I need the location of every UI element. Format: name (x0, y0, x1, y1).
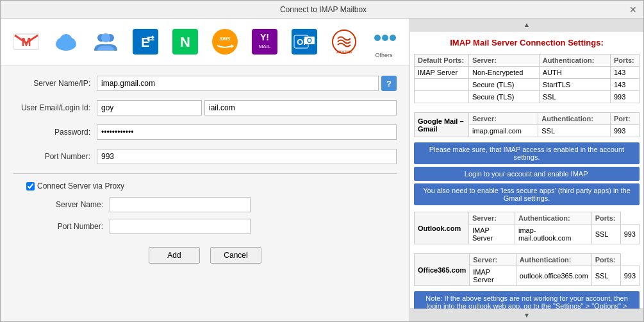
gmail-note-3: You also need to enable 'less secure app… (414, 183, 640, 205)
table-row: Secure (TLS) StartTLS 143 (415, 79, 640, 91)
button-row: Add Cancel (13, 247, 397, 264)
password-input[interactable] (97, 124, 397, 140)
svg-text:⇄: ⇄ (147, 33, 154, 44)
svg-point-10 (101, 33, 110, 42)
proxy-server-row: Server Name: (52, 197, 397, 212)
svg-text:O: O (307, 37, 312, 44)
icloud-icon[interactable] (48, 24, 84, 60)
naver-icon[interactable]: N (167, 24, 203, 60)
email-domain-input[interactable] (204, 100, 397, 115)
col-auth-2: Authentication: (538, 113, 611, 125)
proxy-checkbox[interactable] (26, 182, 35, 191)
office365-type: IMAP Server (470, 266, 516, 286)
col-auth-4: Authentication: (516, 254, 591, 266)
gmail-table: Google Mail – Gmail Server: Authenticati… (414, 112, 640, 137)
icon-bar: M E⇄ N aws (1, 19, 409, 65)
col-auth-3: Authentication: (515, 212, 591, 225)
proxy-server-label: Server Name: (52, 200, 110, 209)
office365-port: 993 (620, 266, 639, 286)
password-row: Password: (13, 124, 397, 140)
server-input[interactable] (97, 76, 379, 91)
svg-text:Ol: Ol (297, 37, 306, 47)
outlook-server: imap-mail.outlook.com (515, 225, 591, 244)
gmail-server: imap.gmail.com (469, 125, 538, 137)
svg-text:N: N (180, 34, 190, 50)
port-label: Port Number: (13, 152, 97, 161)
gmail-note-2: Login to your account and enable IMAP. (414, 167, 640, 181)
port-993-1: 993 (611, 91, 640, 103)
col-default-ports: Default Ports: (415, 55, 469, 67)
email-row: User Email/Login Id: (13, 100, 397, 115)
gmail-icon[interactable]: M (8, 24, 44, 60)
outlook-port: 993 (620, 225, 639, 244)
server-label: Server Name/IP: (13, 79, 97, 88)
proxy-server-input[interactable] (110, 197, 251, 212)
office365-server: outlook.office365.com (516, 266, 591, 286)
outlook-auth: SSL (591, 225, 620, 244)
proxy-port-input[interactable] (110, 219, 251, 234)
col-server-3: Server: (469, 212, 515, 225)
exchange-icon[interactable]: E⇄ (128, 24, 163, 60)
left-panel: M E⇄ N aws (1, 19, 409, 321)
svg-text:MAIL: MAIL (259, 44, 271, 49)
aws-icon[interactable]: aws (207, 24, 243, 60)
svg-text:zimbra: zimbra (336, 49, 352, 55)
server-non-enc: Non-Encrypeted (469, 67, 540, 79)
server-secure-tls-1: Secure (TLS) (469, 79, 540, 91)
office365-note: Note: If the above settings are not work… (414, 291, 640, 309)
office365-auth: SSL (591, 266, 620, 286)
email-input[interactable] (97, 100, 202, 115)
add-button[interactable]: Add (149, 247, 200, 264)
col-ports-3: Ports: (591, 212, 620, 225)
close-button[interactable]: ✕ (628, 4, 638, 15)
form-area: Server Name/IP: ? User Email/Login Id: P… (1, 65, 409, 321)
imap-server-label: IMAP Server (415, 67, 469, 79)
port-143-2: 143 (611, 79, 640, 91)
svg-text:Y!: Y! (260, 32, 269, 42)
right-panel: ▲ IMAP Mail Server Connection Settings: … (409, 19, 643, 321)
svg-text:M: M (22, 36, 31, 49)
col-server-2: Server: (469, 113, 538, 125)
gmail-port: 993 (611, 125, 640, 137)
svg-point-31 (382, 35, 388, 41)
default-ports-table: Default Ports: Server: Authentication: P… (414, 54, 640, 103)
outlook-table: Outlook.com Server: Authentication: Port… (414, 212, 640, 244)
proxy-port-row: Port Number: (52, 219, 397, 234)
svg-rect-16 (212, 29, 238, 55)
zimbra-icon[interactable]: zimbra (326, 24, 362, 60)
port-input[interactable] (97, 149, 397, 164)
svg-text:aws: aws (219, 35, 230, 42)
outlook-type: IMAP Server (469, 225, 515, 244)
gmail-auth: SSL (538, 125, 611, 137)
password-label: Password: (13, 128, 97, 137)
server-row: Server Name/IP: ? (13, 76, 397, 91)
table-row: IMAP Server Non-Encrypeted AUTH 143 (415, 67, 640, 79)
cancel-button[interactable]: Cancel (210, 247, 261, 264)
svg-point-7 (60, 34, 72, 47)
gmail-note-1: Please make sure, that IMAP access is en… (414, 142, 640, 164)
col-ports-4: Ports: (591, 254, 620, 266)
others-icon[interactable]: Others (366, 24, 402, 60)
content-area: M E⇄ N aws (1, 19, 643, 321)
auth-starttls: StartTLS (539, 79, 610, 91)
office365-table: Office365.com Server: Authentication: Po… (414, 253, 640, 286)
separator (13, 173, 397, 174)
gmail-section-label: Google Mail – Gmail (415, 113, 469, 137)
office365-section-label: Office365.com (415, 254, 470, 286)
scroll-up-button[interactable]: ▲ (410, 19, 643, 31)
scroll-down-button[interactable]: ▼ (410, 309, 643, 321)
right-scroll-area[interactable]: IMAP Mail Server Connection Settings: De… (410, 31, 643, 309)
yahoo-mail-icon[interactable]: Y!MAIL (247, 24, 283, 60)
table-row: Secure (TLS) SSL 993 (415, 91, 640, 103)
proxy-checkbox-label[interactable]: Connect Server via Proxy (37, 182, 124, 191)
main-window: Connect to IMAP Mailbox ✕ M (0, 0, 644, 322)
port-143-1: 143 (611, 67, 640, 79)
svg-point-30 (374, 35, 381, 41)
help-button[interactable]: ? (381, 76, 397, 91)
title-bar: Connect to IMAP Mailbox ✕ (1, 1, 643, 19)
outlook-icon[interactable]: OlO (286, 24, 322, 60)
proxy-port-label: Port Number: (52, 222, 110, 231)
teamwork-icon[interactable] (88, 24, 124, 60)
proxy-form: Server Name: Port Number: (13, 197, 397, 234)
auth-ssl-1: SSL (539, 91, 610, 103)
